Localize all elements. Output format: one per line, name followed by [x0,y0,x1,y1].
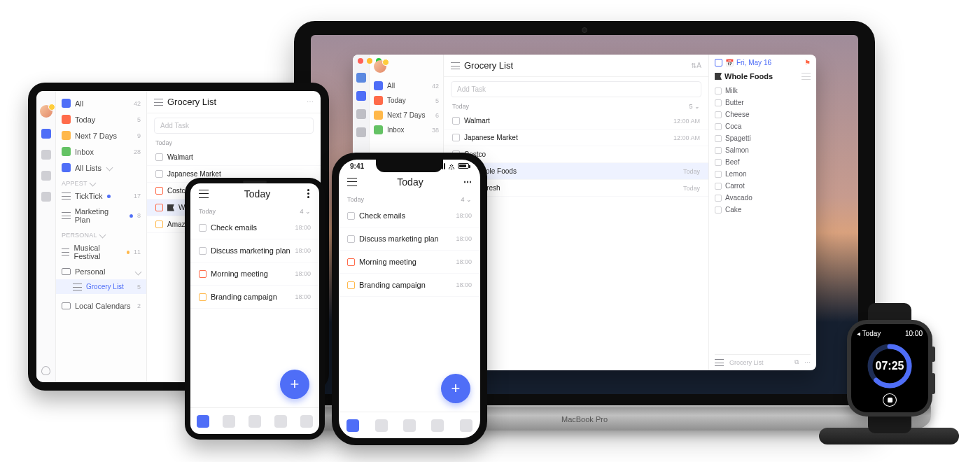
checklist-item[interactable]: Avacado [715,192,811,204]
item-checkbox[interactable] [715,195,722,202]
search-icon[interactable] [356,127,366,137]
task-row[interactable]: Walmart 12:00 AM [444,113,708,130]
parent-list-label[interactable]: Grocery List [729,359,764,366]
sidebar-item[interactable]: Today5 [56,111,146,127]
tab-settings[interactable] [300,415,313,428]
sidebar-item[interactable]: Inbox38 [370,122,443,137]
more-icon[interactable] [306,188,311,200]
task-row[interactable]: Check emails 18:00 [339,204,480,227]
sidebar-list[interactable]: TickTick 17 [56,188,146,204]
sidebar-all-lists[interactable]: All Lists [56,160,146,176]
checklist-item[interactable]: Lemon [715,168,811,180]
add-task-input[interactable]: Add Task [154,118,314,134]
avatar[interactable] [40,105,52,118]
checklist-item[interactable]: Butter [715,97,811,108]
tab-search[interactable] [274,415,287,428]
task-checkbox[interactable] [155,204,163,211]
back-link[interactable]: ◂ Today [857,330,881,337]
add-task-fab[interactable]: + [441,374,470,403]
tab-pomo[interactable] [403,419,416,432]
task-row[interactable]: Discuss marketing plan 18:00 [339,227,480,251]
tab-calendar[interactable] [375,419,388,432]
task-checkbox[interactable] [155,220,163,228]
task-checkbox[interactable] [199,247,206,255]
task-row[interactable]: Costco [444,146,708,163]
more-icon[interactable]: ⋯ [804,359,811,366]
task-row[interactable]: Japanese Market 12:00 AM [444,130,708,146]
calendar-icon[interactable] [356,109,366,119]
sidebar-item[interactable]: All42 [370,78,443,93]
task-checkbox[interactable] [452,134,460,141]
task-checkbox[interactable] [199,224,206,232]
flag-icon[interactable]: ⚑ [804,59,811,66]
item-checkbox[interactable] [715,183,722,190]
section-header[interactable]: Today 4 ⌄ [339,192,480,204]
task-checkbox[interactable] [347,258,355,266]
task-checkbox[interactable] [347,235,355,243]
menu-icon[interactable] [199,190,209,198]
item-checkbox[interactable] [715,123,722,130]
task-checkbox[interactable] [199,293,206,301]
checklist-item[interactable]: Cake [715,204,811,216]
tab-tasks[interactable] [346,419,359,432]
tasks-icon[interactable] [356,91,366,101]
checklist-item[interactable]: Beef [715,156,811,168]
sidebar-calendars[interactable]: Local Calendars 2 [56,298,146,314]
checklist-item[interactable]: Carrot [715,180,811,192]
sidebar-item[interactable]: Next 7 Days9 [56,127,146,144]
avatar[interactable] [374,60,386,73]
tab-pomo[interactable] [248,415,261,428]
more-icon[interactable]: ⋯ [463,177,472,187]
sidebar-item[interactable]: Inbox28 [56,144,146,160]
checklist-item[interactable]: Cheese [715,108,811,120]
bell-icon[interactable] [41,366,50,375]
sidebar-list[interactable]: Marketing Plan 8 [56,204,146,227]
item-checkbox[interactable] [715,135,722,142]
subtask-toggle-icon[interactable] [802,73,811,80]
due-date[interactable]: 📅 Fri, May 16 ⚑ [715,59,811,66]
task-row[interactable]: Morning meeting 18:00 [190,262,319,286]
task-checkbox[interactable] [199,270,206,278]
task-checkbox[interactable] [452,117,460,125]
tab-tasks[interactable] [197,415,209,428]
item-checkbox[interactable] [715,99,722,106]
more-icon[interactable]: ⋯ [307,98,314,106]
sidebar-group-header[interactable]: APPEST [56,176,146,188]
item-checkbox[interactable] [715,206,722,214]
task-checkbox[interactable] [347,281,355,289]
pomo-icon[interactable] [41,171,51,181]
menu-icon[interactable] [347,178,357,186]
add-task-fab[interactable]: + [280,370,309,399]
item-checkbox[interactable] [715,147,722,154]
sidebar-group-header[interactable]: Personal [56,227,146,240]
task-row[interactable]: Morning meeting 18:00 [339,251,480,274]
sidebar-item[interactable]: Today5 [370,93,443,108]
item-checkbox[interactable] [715,159,722,166]
tab-calendar[interactable] [223,415,235,428]
avatar-icon[interactable] [356,73,366,83]
checklist-item[interactable]: Milk [715,85,811,97]
section-header[interactable]: Today 5 ⌄ [444,97,708,113]
tasks-icon[interactable] [41,129,51,139]
task-row[interactable]: Check emails 18:00 [190,216,319,239]
sidebar-item[interactable]: Next 7 Days6 [370,108,443,122]
task-row[interactable]: Branding campaign 18:00 [339,274,480,297]
checklist-item[interactable]: Coca [715,120,811,132]
stop-button[interactable] [883,393,897,407]
task-checkbox[interactable] [155,187,163,195]
add-task-input[interactable]: Add Task [451,81,701,97]
checklist-item[interactable]: Salmon [715,144,811,156]
search-icon[interactable] [41,192,51,202]
task-row[interactable]: Discuss marketing plan 18:00 [190,239,319,262]
task-row[interactable]: Branding campaign 18:00 [190,286,319,309]
task-checkbox[interactable] [155,170,163,178]
sidebar-list[interactable]: Musical Festival 11 [56,240,146,264]
task-checkbox[interactable] [155,153,163,161]
sidebar-list[interactable]: Grocery List 5 [56,279,146,294]
checkbox-icon[interactable] [715,59,722,66]
item-checkbox[interactable] [715,88,722,94]
item-checkbox[interactable] [715,111,722,118]
task-row[interactable]: Walmart [147,149,321,166]
section-header[interactable]: Today 4 ⌄ [190,204,319,216]
calendar-icon[interactable] [41,150,51,160]
